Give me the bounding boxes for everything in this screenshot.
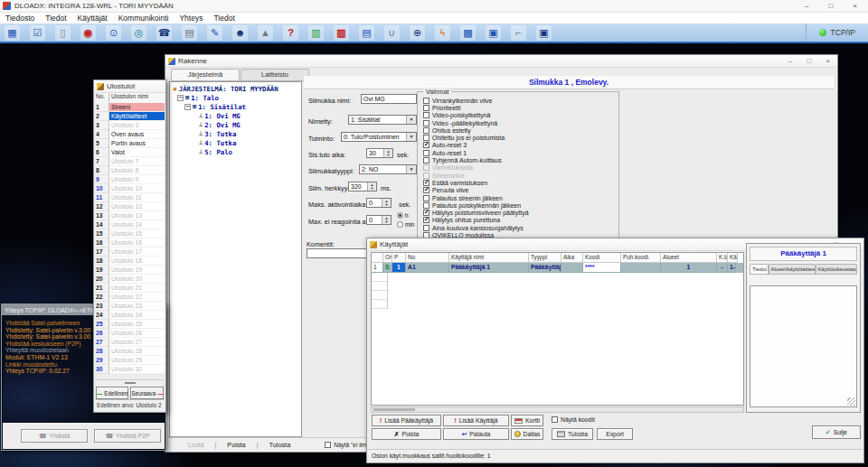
checkbox-icon[interactable] — [423, 112, 429, 118]
zone-name-input[interactable]: Ovi MG — [361, 94, 417, 104]
output-row[interactable]: 21 Ulostulo 21 — [95, 284, 165, 293]
toolbar-icon[interactable]: ▣ — [536, 25, 552, 41]
users-column-header[interactable]: Aika — [561, 253, 583, 263]
structure-titlebar[interactable]: Rakenne – □ × — [165, 55, 837, 68]
checkbox-icon[interactable] — [423, 142, 429, 148]
previous-button[interactable]: — Edellinen — [96, 387, 128, 399]
tree-node[interactable]: ▦ 1: Talo — [173, 93, 301, 102]
output-row[interactable]: 4 Oven avaus — [95, 130, 165, 139]
restore-button[interactable]: ↩ Palauta — [443, 428, 509, 440]
max-activity-stepper[interactable]: 0 ▲▼ — [366, 198, 392, 208]
tree-node[interactable]: ⊥ 3: Tutka — [173, 129, 301, 138]
checkbox-icon[interactable] — [423, 164, 429, 171]
minimize-icon[interactable]: – — [805, 2, 808, 10]
zone-option[interactable]: Ohitus estetty — [418, 126, 618, 134]
maximize-icon[interactable]: □ — [828, 2, 833, 10]
export-button[interactable]: Export — [597, 428, 633, 440]
max-inactivity-stepper[interactable]: 0 ▲▼ — [366, 215, 392, 225]
toolbar-icon[interactable]: ▯ — [55, 25, 71, 41]
zone-option[interactable]: Tyhjennä Autom-kuittaus — [418, 156, 618, 163]
toolbar-icon[interactable]: ▦ — [5, 25, 20, 41]
toolbar-icon[interactable]: ◉ — [80, 25, 96, 41]
menu-item[interactable]: Tiedosto — [0, 14, 40, 23]
output-row[interactable]: 14 Ulostulo 14 — [95, 220, 165, 229]
checkbox-icon[interactable] — [552, 416, 558, 423]
spinner-arrows-icon[interactable]: ▲▼ — [382, 199, 391, 207]
checkbox-icon[interactable] — [423, 225, 429, 231]
radio-icon[interactable] — [397, 212, 403, 219]
zone-option[interactable]: Hälytys poistumisviiveen päätyttyä — [418, 209, 618, 216]
connect-button[interactable]: ☎ Yhdistä — [21, 429, 88, 443]
master-user-tab[interactable]: Alueet/käyttölaitteet — [769, 264, 816, 274]
master-user-tab[interactable]: Käyttöoikeustaso — [816, 264, 857, 274]
output-row[interactable]: 27 Ulostulo 27 — [95, 338, 165, 347]
checkbox-icon[interactable] — [423, 217, 429, 223]
tab-laitteisto[interactable]: Laitteisto — [241, 69, 309, 80]
checkbox-icon[interactable] — [423, 210, 429, 216]
close-button[interactable]: ✓ Sulje — [812, 425, 861, 439]
users-column-header[interactable]: Omi — [383, 253, 392, 263]
output-row[interactable]: 3 Ulostulo 3 — [95, 121, 165, 130]
menu-item[interactable]: Käyttäjät — [72, 14, 113, 23]
zone-option[interactable]: Estää varmistuksen — [418, 179, 618, 186]
output-row[interactable]: 10 Ulostulo 10 — [95, 184, 165, 193]
output-row[interactable]: 15 Ulostulo 15 — [95, 229, 165, 238]
toolbar-icon[interactable]: ▲ — [258, 25, 273, 41]
users-column-header[interactable]: No. — [406, 253, 449, 263]
toolbar-icon[interactable]: ☑ — [30, 25, 45, 41]
zone-option[interactable]: Palautus poiskytkennän jälkeen — [418, 201, 618, 209]
toolbar-icon[interactable]: ☎ — [156, 25, 172, 41]
outputs-titlebar[interactable]: Ulostulot — [94, 80, 165, 93]
master-user-tab[interactable]: Tiedot — [750, 264, 769, 274]
zone-option[interactable]: Peruuta viive — [418, 187, 618, 194]
tree-collapse-icon[interactable] — [184, 104, 191, 110]
users-table-row[interactable]: 1S1A1Pääkäyttäjä 1Pääkäyttäjä****1-1- — [372, 263, 743, 273]
print-button[interactable]: Tulosta — [264, 441, 297, 449]
output-row[interactable]: 25 Ulostulo 25 — [95, 320, 165, 329]
menu-item[interactable]: Tiedot — [208, 14, 240, 23]
close-icon[interactable]: × — [853, 2, 857, 10]
toolbar-icon[interactable]: ▤ — [182, 25, 197, 41]
spinner-arrows-icon[interactable]: ▲▼ — [367, 182, 376, 191]
toolbar-icon[interactable]: ☻ — [232, 25, 248, 41]
output-row[interactable]: 17 Ulostulo 17 — [95, 248, 165, 257]
output-row[interactable]: 6 Valot — [95, 148, 165, 157]
output-row[interactable]: 1 Sireeni — [95, 103, 165, 112]
zone-option[interactable]: Sireeniviive — [418, 172, 618, 179]
menu-item[interactable]: Tiedot — [40, 14, 71, 23]
output-row[interactable]: 8 Ulostulo 8 — [95, 166, 165, 175]
minimize-icon[interactable]: – — [788, 57, 792, 65]
checkbox-icon[interactable] — [325, 442, 331, 448]
toolbar-icon[interactable]: ⊙ — [106, 25, 121, 41]
master-user-details[interactable] — [750, 285, 857, 407]
users-column-header[interactable]: K.laite/lukija — [717, 253, 728, 263]
toolbar-icon[interactable]: ◎ — [131, 25, 146, 41]
resize-grip[interactable] — [847, 397, 855, 406]
checkbox-icon[interactable] — [423, 135, 429, 141]
maximize-icon[interactable]: □ — [807, 57, 811, 65]
show-codes-checkbox[interactable]: Näytä koodit — [552, 416, 595, 423]
spinner-arrows-icon[interactable]: ▲▼ — [382, 216, 391, 224]
users-column-header[interactable]: Tyyppi — [529, 253, 561, 263]
toolbar-icon[interactable]: ⊕ — [410, 25, 425, 41]
checkbox-icon[interactable] — [423, 195, 429, 201]
toolbar-icon[interactable]: ✎ — [207, 25, 222, 41]
zone-option[interactable]: Hälytys ohitus purettuna — [418, 217, 618, 224]
tree-collapse-icon[interactable] — [177, 95, 184, 101]
tree-node[interactable]: ⊥ 1: Ovi MG — [173, 111, 301, 120]
toolbar-icon[interactable]: ϟ — [435, 25, 450, 41]
users-column-header[interactable]: Alueet — [661, 253, 717, 263]
spinner-arrows-icon[interactable]: ▲▼ — [383, 149, 392, 157]
checkbox-icon[interactable] — [423, 127, 429, 134]
dallas-button[interactable]: Dallas — [511, 428, 543, 440]
toolbar-icon[interactable]: ▩ — [460, 25, 476, 41]
radio-hours[interactable]: h — [397, 212, 409, 219]
output-row[interactable]: 7 Ulostulo 7 — [95, 157, 165, 166]
chevron-down-icon[interactable]: ▼ — [406, 165, 416, 173]
next-button[interactable]: Seuraava — — [130, 387, 164, 399]
zone-option[interactable]: Prioriteetti — [418, 104, 618, 111]
output-row[interactable]: 30 Ulostulo 30 — [95, 365, 165, 374]
delete-button[interactable]: ✗ Poista — [372, 428, 441, 440]
output-row[interactable]: 22 Ulostulo 22 — [95, 293, 165, 302]
output-row[interactable]: 26 Ulostulo 26 — [95, 329, 165, 338]
